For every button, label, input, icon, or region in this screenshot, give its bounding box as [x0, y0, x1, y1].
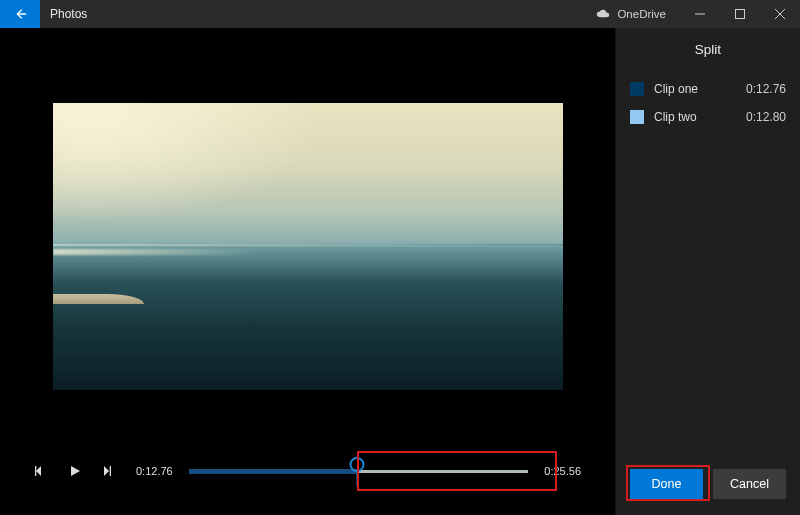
cloud-icon	[595, 9, 611, 19]
split-playhead[interactable]	[350, 457, 365, 486]
maximize-button[interactable]	[720, 9, 760, 19]
minimize-button[interactable]	[680, 9, 720, 19]
done-button[interactable]: Done	[630, 469, 703, 499]
svg-marker-6	[71, 466, 80, 476]
svg-marker-4	[36, 466, 41, 476]
step-forward-icon	[103, 465, 115, 477]
minimize-icon	[695, 9, 705, 19]
step-back-icon	[35, 465, 47, 477]
play-button[interactable]	[64, 460, 86, 482]
back-button[interactable]	[0, 0, 40, 28]
svg-rect-8	[110, 466, 111, 476]
clip-duration-label: 0:12.80	[746, 110, 786, 124]
clip-row[interactable]: Clip two 0:12.80	[616, 103, 800, 131]
panel-spacer	[616, 131, 800, 457]
maximize-icon	[735, 9, 745, 19]
preview-container	[0, 28, 615, 445]
preview-sea	[53, 247, 563, 390]
clip-swatch-icon	[630, 82, 644, 96]
clip-name-label: Clip two	[654, 110, 736, 124]
clip-duration-label: 0:12.76	[746, 82, 786, 96]
playhead-stem	[356, 472, 358, 486]
clip-row[interactable]: Clip one 0:12.76	[616, 75, 800, 103]
panel-title: Split	[616, 28, 800, 75]
play-icon	[69, 465, 81, 477]
onedrive-label: OneDrive	[617, 8, 666, 20]
playback-controls: 0:12.76 0:25.56	[0, 445, 615, 515]
svg-marker-7	[104, 466, 109, 476]
editor-pane: 0:12.76 0:25.56	[0, 28, 615, 515]
split-panel: Split Clip one 0:12.76 Clip two 0:12.80 …	[615, 28, 800, 515]
timeline-track[interactable]	[189, 451, 529, 491]
preview-beach	[53, 294, 145, 304]
titlebar-right: OneDrive	[581, 0, 800, 28]
timeline-clip-one-region	[189, 469, 357, 474]
close-button[interactable]	[760, 9, 800, 19]
svg-rect-1	[736, 10, 745, 19]
app-title: Photos	[40, 0, 581, 28]
playhead-handle-icon	[350, 457, 365, 472]
clip-name-label: Clip one	[654, 82, 736, 96]
arrow-left-icon	[13, 7, 27, 21]
titlebar: Photos OneDrive	[0, 0, 800, 28]
preview-horizon	[53, 244, 563, 246]
close-icon	[775, 9, 785, 19]
content-area: 0:12.76 0:25.56 Split Clip one 0:12.76 C…	[0, 28, 800, 515]
onedrive-indicator[interactable]: OneDrive	[581, 8, 680, 20]
video-preview[interactable]	[53, 103, 563, 390]
step-back-button[interactable]	[30, 460, 52, 482]
step-forward-button[interactable]	[98, 460, 120, 482]
current-time-label: 0:12.76	[132, 465, 177, 477]
clip-swatch-icon	[630, 110, 644, 124]
svg-rect-5	[35, 466, 36, 476]
panel-actions: Done Cancel	[616, 457, 800, 515]
cancel-button[interactable]: Cancel	[713, 469, 786, 499]
total-time-label: 0:25.56	[540, 465, 585, 477]
preview-sun-reflection	[53, 249, 563, 255]
